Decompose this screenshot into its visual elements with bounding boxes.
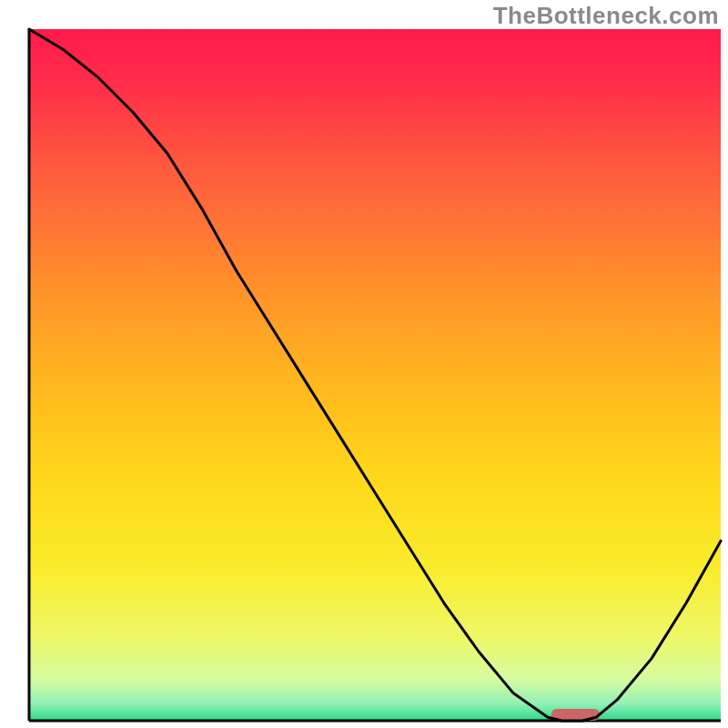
bottleneck-chart [0,0,728,728]
chart-frame: TheBottleneck.com [0,0,728,728]
plot-background [29,29,721,721]
